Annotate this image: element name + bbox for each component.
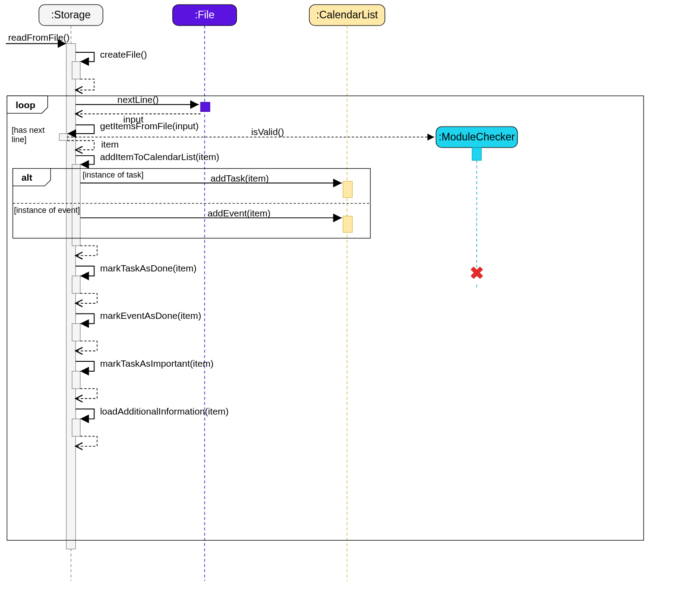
- activation-storage-main: [66, 43, 76, 549]
- return-loadAdditionalInfo: [76, 436, 97, 446]
- activation-file-nextLine: [201, 102, 210, 112]
- msg-createFile-label: createFile(): [100, 49, 147, 59]
- return-markEventAsDone: [76, 341, 97, 351]
- msg-addEvent-label: addEvent(item): [208, 208, 271, 218]
- activation-addItemToCL: [72, 165, 80, 246]
- fragment-alt-label: alt: [21, 172, 32, 182]
- msg-createFile-arrow: [76, 52, 94, 62]
- msg-readFromFile-label: readFromFile(): [8, 32, 69, 42]
- msg-nextLine-label: nextLine(): [117, 94, 158, 105]
- activation-getItems: [59, 134, 67, 141]
- fragment-loop-label: loop: [16, 100, 35, 110]
- msg-isValid-label: isValid(): [251, 127, 284, 137]
- destruction-modulechecker: ✖: [470, 263, 484, 283]
- activation-markEventAsDone: [72, 324, 80, 341]
- return-markTaskAsImportant: [76, 389, 97, 398]
- activation-markTaskAsDone: [72, 276, 80, 293]
- activation-createFile: [72, 62, 80, 79]
- activation-addEvent: [343, 216, 352, 232]
- return-markTaskAsDone: [76, 293, 97, 303]
- fragment-alt-guard1: [instance of task]: [82, 170, 143, 179]
- msg-markEventAsDone-arrow: [76, 313, 94, 323]
- return-item-label: item: [101, 139, 119, 149]
- participant-storage-label: :Storage: [51, 9, 90, 21]
- msg-addTask-label: addTask(item): [210, 173, 269, 183]
- fragment-loop-guard: [has next line]: [12, 126, 47, 144]
- return-addItemToCL: [76, 246, 97, 255]
- activation-loadAdditionalInfo: [72, 419, 80, 436]
- participant-file-label: :File: [195, 9, 214, 21]
- msg-markTaskAsImportant-arrow: [76, 361, 94, 371]
- msg-addItemToCL-label: addItemToCalendarList(item): [100, 152, 219, 162]
- participant-calendarlist-label: :CalendarList: [316, 9, 378, 21]
- activation-markTaskAsImportant: [72, 371, 80, 389]
- msg-loadAdditionalInfo-arrow: [76, 409, 94, 419]
- msg-markEventAsDone-label: markEventAsDone(item): [100, 310, 201, 321]
- activation-addTask: [343, 181, 352, 197]
- msg-loadAdditionalInfo-label: loadAdditionalInformation(item): [100, 406, 228, 416]
- sequence-diagram: :Storage :File :CalendarList readFromFil…: [0, 0, 700, 610]
- msg-addItemToCL-arrow: [76, 156, 94, 164]
- msg-markTaskAsDone-arrow: [76, 266, 94, 276]
- participant-modulechecker-label: :ModuleChecker: [439, 131, 515, 143]
- msg-markTaskAsImportant-label: markTaskAsImportant(item): [100, 358, 213, 369]
- activation-modulechecker: [472, 148, 482, 161]
- msg-markTaskAsDone-label: markTaskAsDone(item): [100, 263, 196, 273]
- return-createFile: [76, 79, 94, 90]
- fragment-alt-guard2: [instance of event]: [14, 206, 80, 215]
- msg-getItems-label: getItemsFromFile(input): [100, 121, 198, 131]
